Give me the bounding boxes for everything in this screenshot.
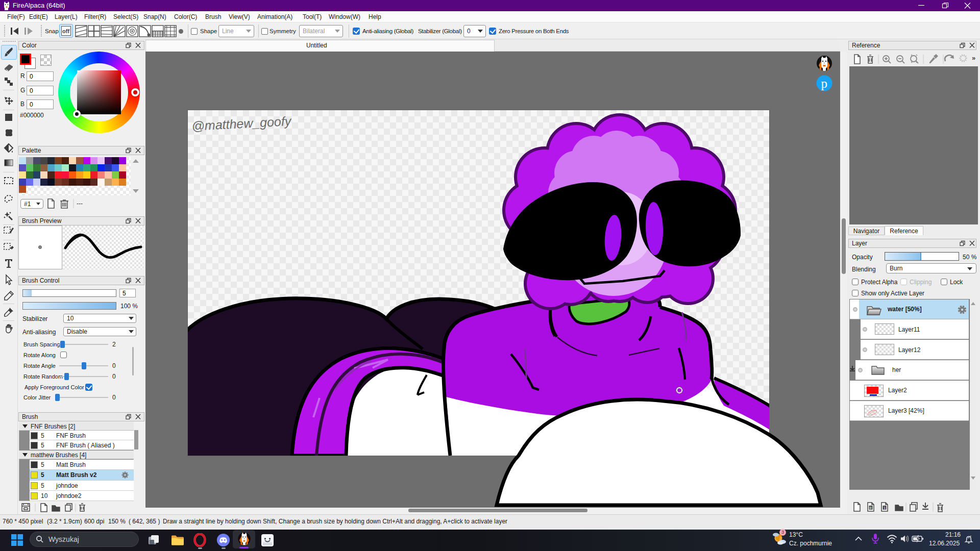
- svg-text:1: 1: [884, 506, 886, 510]
- svg-text:z: z: [970, 535, 971, 538]
- svg-text:@matthew_goofy: @matthew_goofy: [191, 114, 292, 133]
- svg-text:8: 8: [870, 506, 872, 510]
- svg-text:---: ---: [77, 200, 83, 207]
- svg-text:p: p: [821, 77, 828, 90]
